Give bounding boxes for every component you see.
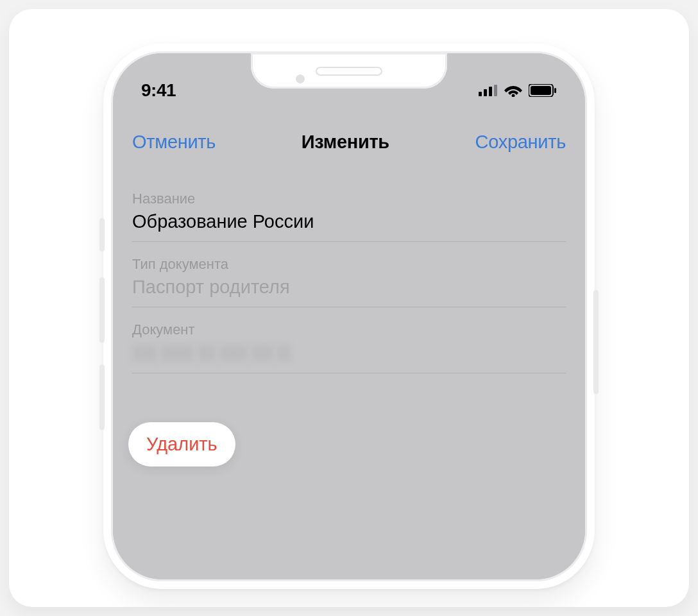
name-field[interactable]: Название Образование России — [132, 184, 566, 242]
name-label: Название — [132, 191, 566, 207]
phone-volume-down — [99, 364, 105, 430]
svg-rect-3 — [494, 85, 497, 96]
cellular-icon — [479, 85, 498, 96]
delete-button[interactable]: Удалить — [128, 422, 235, 466]
save-button[interactable]: Сохранить — [475, 132, 566, 153]
doc-type-value: Паспорт родителя — [132, 277, 566, 298]
wifi-icon — [504, 84, 522, 97]
document-field[interactable]: Документ — [132, 315, 566, 373]
edit-form: Название Образование России Тип документ… — [113, 161, 585, 466]
phone-frame: 9:41 — [103, 44, 595, 589]
doc-type-field[interactable]: Тип документа Паспорт родителя — [132, 250, 566, 307]
svg-rect-6 — [531, 86, 551, 95]
cancel-button[interactable]: Отменить — [132, 132, 216, 153]
svg-rect-7 — [554, 88, 556, 93]
phone-notch — [251, 53, 447, 89]
nav-bar: Отменить Изменить Сохранить — [113, 123, 585, 161]
battery-icon — [529, 84, 557, 97]
svg-rect-0 — [479, 92, 482, 96]
status-icons — [479, 84, 557, 97]
phone-mute-switch — [99, 218, 105, 252]
delete-label: Удалить — [146, 434, 217, 454]
svg-rect-1 — [484, 89, 487, 96]
svg-rect-2 — [489, 87, 492, 96]
svg-point-4 — [512, 94, 515, 98]
app-screen: 9:41 — [113, 53, 585, 579]
document-label: Документ — [132, 321, 566, 338]
mockup-card: 9:41 — [9, 9, 689, 607]
phone-volume-up — [99, 277, 105, 343]
phone-power-button — [593, 290, 599, 394]
name-value: Образование России — [132, 211, 566, 232]
document-value-redacted — [132, 342, 566, 364]
phone-bezel: 9:41 — [111, 51, 587, 581]
nav-title: Изменить — [302, 132, 389, 153]
doc-type-label: Тип документа — [132, 256, 566, 273]
status-time: 9:41 — [141, 80, 176, 101]
